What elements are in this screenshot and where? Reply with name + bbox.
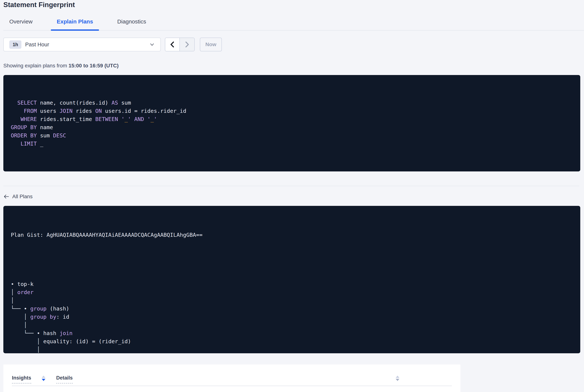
previous-time-button[interactable] (165, 38, 180, 51)
plan-gist-header: Plan Gist: AgHUAQIABQAAAAHYAQIAiAEAAAADC… (11, 231, 573, 239)
section-divider (3, 186, 579, 186)
chevron-right-icon (184, 41, 190, 48)
chevron-down-icon (149, 42, 155, 47)
plan-tree: • top-k│ order│└── • group (hash) │ grou… (11, 280, 573, 353)
time-range-label: Past Hour (25, 42, 49, 48)
tab-overview[interactable]: Overview (3, 18, 38, 30)
next-time-button[interactable] (180, 38, 194, 51)
tab-diagnostics[interactable]: Diagnostics (111, 18, 152, 30)
sort-icon-details[interactable] (396, 376, 399, 384)
sql-code: SELECT name, count(rides.id) AS sum FROM… (11, 99, 573, 148)
sort-up-arrow (396, 376, 399, 378)
gist-spacer (11, 256, 573, 264)
insights-header-label: Insights (12, 375, 31, 384)
insights-column-header[interactable]: Insights (12, 375, 56, 384)
insights-table-panel: Insights Details Create Index S (3, 364, 460, 392)
back-arrow-icon (3, 194, 9, 199)
sort-icon-insights[interactable] (42, 376, 45, 384)
chevron-left-icon (169, 41, 175, 48)
tab-explain-plans[interactable]: Explain Plans (51, 18, 99, 30)
page-title: Statement Fingerprint (3, 0, 584, 9)
insights-table-header: Insights Details (12, 364, 452, 384)
sort-up-arrow (42, 376, 45, 378)
all-plans-label: All Plans (12, 193, 32, 200)
sort-down-arrow (42, 379, 45, 381)
summary-time-range: 15:00 to 16:59 (UTC) (68, 63, 118, 68)
time-nav-buttons (165, 38, 195, 51)
now-button[interactable]: Now (200, 38, 222, 51)
page-content: Statement Fingerprint Overview Explain P… (0, 0, 584, 392)
sql-statement-block: SELECT name, count(rides.id) AS sum FROM… (3, 75, 580, 172)
table-row: Create Index Statement Fingerprint: SELE… (12, 386, 452, 392)
showing-plans-summary: Showing explain plans from 15:00 to 16:5… (3, 62, 584, 69)
time-controls: 1h Past Hour Now (3, 38, 584, 51)
sort-down-arrow (396, 379, 399, 381)
details-header-label: Details (56, 375, 73, 384)
plan-gist-block: Plan Gist: AgHUAQIABQAAAAHYAQIAiAEAAAADC… (3, 206, 580, 353)
details-column-header[interactable]: Details (56, 375, 399, 384)
time-range-dropdown[interactable]: 1h Past Hour (3, 38, 161, 51)
tab-bar: Overview Explain Plans Diagnostics (3, 18, 584, 30)
all-plans-back-link[interactable]: All Plans (3, 193, 32, 200)
time-range-badge: 1h (9, 40, 21, 49)
summary-prefix: Showing explain plans from (3, 63, 68, 68)
